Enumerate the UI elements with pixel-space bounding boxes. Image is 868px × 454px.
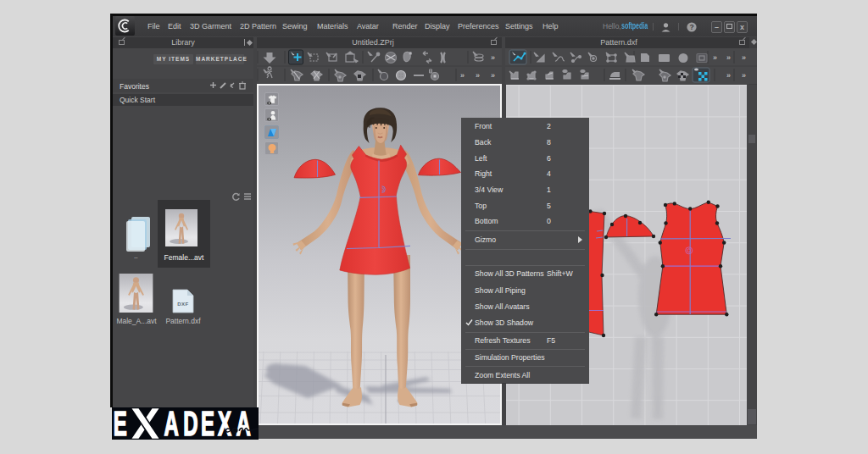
svg-text:A: A — [164, 407, 179, 440]
svg-text:E: E — [114, 407, 127, 440]
svg-text:»: » — [726, 53, 731, 62]
svg-text:»: » — [742, 53, 746, 62]
svg-text:?: ? — [689, 23, 693, 31]
svg-text:A: A — [236, 407, 250, 440]
svg-text:»: » — [491, 71, 495, 80]
svg-text:DXF: DXF — [177, 302, 189, 307]
svg-text:»: » — [476, 71, 480, 80]
svg-text:»: » — [713, 53, 717, 62]
svg-text:X: X — [218, 407, 231, 440]
svg-text:E: E — [201, 407, 214, 440]
svg-text:»: » — [742, 71, 746, 80]
svg-text:»: » — [726, 71, 731, 80]
svg-text:D: D — [183, 407, 198, 440]
svg-text:»: » — [491, 53, 495, 62]
svg-text:»: » — [460, 71, 465, 80]
